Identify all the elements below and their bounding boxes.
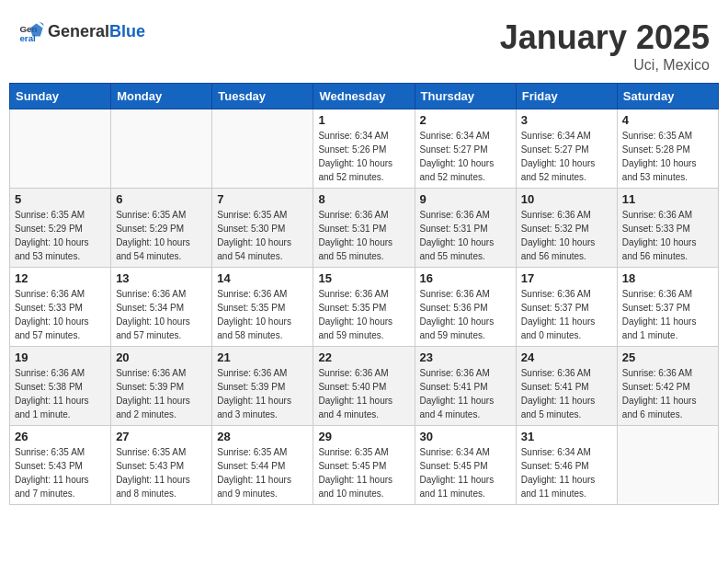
calendar-day-cell: 10Sunrise: 6:36 AM Sunset: 5:32 PM Dayli…	[516, 189, 617, 268]
day-info: Sunrise: 6:36 AM Sunset: 5:40 PM Dayligh…	[318, 366, 409, 421]
day-number: 24	[521, 350, 612, 364]
calendar-day-cell: 30Sunrise: 6:34 AM Sunset: 5:45 PM Dayli…	[415, 426, 516, 505]
calendar-day-cell: 5Sunrise: 6:35 AM Sunset: 5:29 PM Daylig…	[10, 189, 111, 268]
day-info: Sunrise: 6:36 AM Sunset: 5:31 PM Dayligh…	[318, 208, 409, 263]
calendar-day-cell: 22Sunrise: 6:36 AM Sunset: 5:40 PM Dayli…	[313, 347, 415, 426]
calendar-day-cell	[10, 109, 111, 189]
day-info: Sunrise: 6:36 AM Sunset: 5:41 PM Dayligh…	[521, 366, 612, 421]
logo-general-text: General	[48, 22, 109, 40]
calendar-day-cell: 1Sunrise: 6:34 AM Sunset: 5:26 PM Daylig…	[313, 109, 415, 189]
day-number: 29	[318, 430, 409, 443]
calendar-day-cell: 27Sunrise: 6:35 AM Sunset: 5:43 PM Dayli…	[111, 426, 212, 505]
calendar-day-cell: 9Sunrise: 6:36 AM Sunset: 5:31 PM Daylig…	[415, 189, 516, 268]
calendar-header-row: SundayMondayTuesdayWednesdayThursdayFrid…	[10, 84, 719, 109]
title-block: January 2025 Uci, Mexico	[500, 18, 710, 74]
location-text: Uci, Mexico	[500, 57, 710, 74]
day-number: 6	[116, 192, 207, 206]
calendar-day-cell	[111, 109, 212, 189]
calendar-day-cell: 31Sunrise: 6:34 AM Sunset: 5:46 PM Dayli…	[516, 426, 617, 505]
day-info: Sunrise: 6:35 AM Sunset: 5:43 PM Dayligh…	[116, 445, 207, 500]
calendar-day-header-friday: Friday	[516, 84, 617, 109]
day-number: 12	[15, 271, 106, 285]
calendar-day-cell: 16Sunrise: 6:36 AM Sunset: 5:36 PM Dayli…	[415, 268, 516, 347]
calendar-week-row: 5Sunrise: 6:35 AM Sunset: 5:29 PM Daylig…	[10, 189, 719, 268]
day-number: 4	[622, 113, 713, 127]
svg-marker-3	[39, 22, 44, 27]
day-number: 9	[420, 192, 511, 206]
month-year-title: January 2025	[500, 18, 710, 57]
day-info: Sunrise: 6:36 AM Sunset: 5:31 PM Dayligh…	[420, 208, 511, 263]
day-number: 10	[521, 192, 612, 206]
day-info: Sunrise: 6:35 AM Sunset: 5:45 PM Dayligh…	[318, 445, 409, 500]
day-number: 17	[521, 271, 612, 285]
day-number: 19	[15, 350, 106, 364]
calendar-table: SundayMondayTuesdayWednesdayThursdayFrid…	[9, 83, 719, 505]
day-number: 23	[420, 350, 511, 364]
calendar-week-row: 12Sunrise: 6:36 AM Sunset: 5:33 PM Dayli…	[10, 268, 719, 347]
calendar-day-header-saturday: Saturday	[617, 84, 718, 109]
calendar-day-cell: 3Sunrise: 6:34 AM Sunset: 5:27 PM Daylig…	[516, 109, 617, 189]
calendar-day-header-sunday: Sunday	[10, 84, 111, 109]
day-info: Sunrise: 6:36 AM Sunset: 5:33 PM Dayligh…	[15, 287, 106, 342]
calendar-day-cell: 29Sunrise: 6:35 AM Sunset: 5:45 PM Dayli…	[313, 426, 415, 505]
day-number: 27	[116, 430, 207, 443]
day-info: Sunrise: 6:36 AM Sunset: 5:35 PM Dayligh…	[217, 287, 308, 342]
calendar-day-cell: 13Sunrise: 6:36 AM Sunset: 5:34 PM Dayli…	[111, 268, 212, 347]
logo: Gen eral GeneralBlue	[18, 18, 145, 44]
calendar-day-header-thursday: Thursday	[415, 84, 516, 109]
day-info: Sunrise: 6:35 AM Sunset: 5:30 PM Dayligh…	[217, 208, 308, 263]
day-number: 2	[420, 113, 511, 127]
day-number: 30	[420, 430, 511, 443]
day-info: Sunrise: 6:35 AM Sunset: 5:28 PM Dayligh…	[622, 129, 713, 184]
calendar-day-cell: 25Sunrise: 6:36 AM Sunset: 5:42 PM Dayli…	[617, 347, 718, 426]
day-info: Sunrise: 6:36 AM Sunset: 5:39 PM Dayligh…	[116, 366, 207, 421]
day-info: Sunrise: 6:36 AM Sunset: 5:35 PM Dayligh…	[318, 287, 409, 342]
calendar-day-cell: 18Sunrise: 6:36 AM Sunset: 5:37 PM Dayli…	[617, 268, 718, 347]
day-number: 3	[521, 113, 612, 127]
calendar-day-cell: 28Sunrise: 6:35 AM Sunset: 5:44 PM Dayli…	[212, 426, 313, 505]
calendar-week-row: 1Sunrise: 6:34 AM Sunset: 5:26 PM Daylig…	[10, 109, 719, 189]
day-info: Sunrise: 6:36 AM Sunset: 5:39 PM Dayligh…	[217, 366, 308, 421]
calendar-day-header-wednesday: Wednesday	[313, 84, 415, 109]
day-info: Sunrise: 6:34 AM Sunset: 5:46 PM Dayligh…	[521, 445, 612, 500]
calendar-day-cell: 23Sunrise: 6:36 AM Sunset: 5:41 PM Dayli…	[415, 347, 516, 426]
day-number: 8	[318, 192, 409, 206]
day-info: Sunrise: 6:36 AM Sunset: 5:38 PM Dayligh…	[15, 366, 106, 421]
calendar-day-cell: 11Sunrise: 6:36 AM Sunset: 5:33 PM Dayli…	[617, 189, 718, 268]
calendar-day-header-tuesday: Tuesday	[212, 84, 313, 109]
day-info: Sunrise: 6:35 AM Sunset: 5:43 PM Dayligh…	[15, 445, 106, 500]
calendar-day-cell: 14Sunrise: 6:36 AM Sunset: 5:35 PM Dayli…	[212, 268, 313, 347]
day-info: Sunrise: 6:36 AM Sunset: 5:37 PM Dayligh…	[622, 287, 713, 342]
day-number: 1	[318, 113, 409, 127]
logo-blue-text: Blue	[109, 22, 145, 40]
day-number: 21	[217, 350, 308, 364]
day-info: Sunrise: 6:36 AM Sunset: 5:36 PM Dayligh…	[420, 287, 511, 342]
day-number: 15	[318, 271, 409, 285]
day-info: Sunrise: 6:35 AM Sunset: 5:44 PM Dayligh…	[217, 445, 308, 500]
day-number: 16	[420, 271, 511, 285]
day-info: Sunrise: 6:36 AM Sunset: 5:33 PM Dayligh…	[622, 208, 713, 263]
day-info: Sunrise: 6:36 AM Sunset: 5:32 PM Dayligh…	[521, 208, 612, 263]
calendar-day-cell: 12Sunrise: 6:36 AM Sunset: 5:33 PM Dayli…	[10, 268, 111, 347]
calendar-day-cell: 17Sunrise: 6:36 AM Sunset: 5:37 PM Dayli…	[516, 268, 617, 347]
day-number: 28	[217, 430, 308, 443]
day-info: Sunrise: 6:34 AM Sunset: 5:27 PM Dayligh…	[521, 129, 612, 184]
day-number: 11	[622, 192, 713, 206]
calendar-day-cell: 7Sunrise: 6:35 AM Sunset: 5:30 PM Daylig…	[212, 189, 313, 268]
day-info: Sunrise: 6:35 AM Sunset: 5:29 PM Dayligh…	[15, 208, 106, 263]
day-info: Sunrise: 6:36 AM Sunset: 5:42 PM Dayligh…	[622, 366, 713, 421]
calendar-day-cell: 19Sunrise: 6:36 AM Sunset: 5:38 PM Dayli…	[10, 347, 111, 426]
calendar-day-cell	[212, 109, 313, 189]
calendar-week-row: 26Sunrise: 6:35 AM Sunset: 5:43 PM Dayli…	[10, 426, 719, 505]
day-number: 7	[217, 192, 308, 206]
calendar-week-row: 19Sunrise: 6:36 AM Sunset: 5:38 PM Dayli…	[10, 347, 719, 426]
day-number: 13	[116, 271, 207, 285]
day-number: 31	[521, 430, 612, 443]
day-info: Sunrise: 6:34 AM Sunset: 5:45 PM Dayligh…	[420, 445, 511, 500]
day-number: 25	[622, 350, 713, 364]
day-info: Sunrise: 6:35 AM Sunset: 5:29 PM Dayligh…	[116, 208, 207, 263]
calendar-day-cell: 2Sunrise: 6:34 AM Sunset: 5:27 PM Daylig…	[415, 109, 516, 189]
calendar-day-cell: 15Sunrise: 6:36 AM Sunset: 5:35 PM Dayli…	[313, 268, 415, 347]
calendar-day-cell: 8Sunrise: 6:36 AM Sunset: 5:31 PM Daylig…	[313, 189, 415, 268]
day-number: 22	[318, 350, 409, 364]
